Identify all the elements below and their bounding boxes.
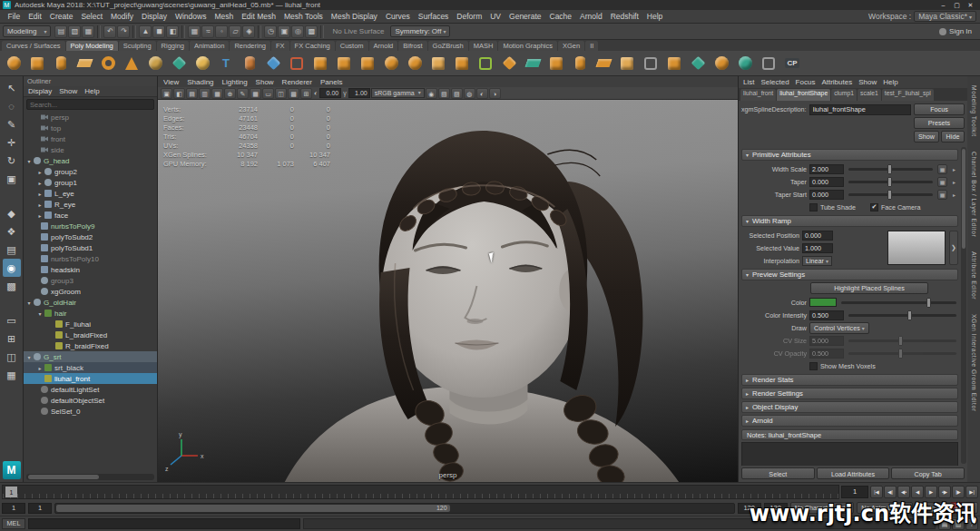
snap-grid-icon[interactable]: ▦ xyxy=(188,25,201,38)
move-tool[interactable]: ✛ xyxy=(3,133,21,152)
menu-item[interactable]: Select xyxy=(77,12,107,21)
lock-camera-icon[interactable]: ◧ xyxy=(173,88,185,99)
outliner-item[interactable]: defaultLightSet xyxy=(24,384,157,395)
scrollbar-thumb[interactable] xyxy=(962,149,965,249)
expand-arrow-icon[interactable]: ▸ xyxy=(36,212,44,219)
outliner-item[interactable]: ▸ srt_black xyxy=(24,362,157,373)
select-component-icon[interactable]: ◧ xyxy=(166,25,179,38)
shelf-extract[interactable] xyxy=(357,53,378,74)
outliner-item[interactable]: nurbsToPoly10 xyxy=(24,253,157,264)
separator[interactable] xyxy=(97,25,101,38)
expand-arrow-icon[interactable]: ▸ xyxy=(36,202,44,208)
menu-item[interactable]: Mesh Tools xyxy=(280,12,328,21)
ae-node-tab[interactable]: test_F_liuhai_spl xyxy=(882,89,934,101)
outliner-menu-item[interactable]: Display xyxy=(28,87,52,95)
map-button[interactable] xyxy=(937,190,947,200)
playback-start-field[interactable]: 1 xyxy=(2,503,25,514)
shelf-multi-cut[interactable] xyxy=(475,53,496,74)
outliner-item[interactable]: nurbsToPoly9 xyxy=(24,221,157,231)
construction-history-icon[interactable]: ◷ xyxy=(264,25,277,38)
ae-node-tab[interactable]: liuhai_frontShape xyxy=(777,89,830,101)
viewport-menu-item[interactable]: Panels xyxy=(320,78,342,86)
shelf-tab[interactable]: Rigging xyxy=(157,41,189,51)
ae-collapsed-section[interactable]: ▸ Render Settings xyxy=(741,388,958,399)
film-gate-icon[interactable]: ▭ xyxy=(262,88,274,99)
outliner-item[interactable]: group3 xyxy=(24,275,157,286)
shadows-icon[interactable]: ◑ xyxy=(489,88,501,99)
outliner-item[interactable]: persp xyxy=(24,112,157,123)
shelf-3d-type[interactable]: T xyxy=(215,53,237,74)
gate-mask-icon[interactable]: ▩ xyxy=(288,88,299,99)
expand-arrow-icon[interactable]: ▾ xyxy=(25,300,33,306)
shelf-poly-cylinder[interactable] xyxy=(50,53,72,74)
ae-collapsed-section[interactable]: ▸ Render Stats xyxy=(741,374,958,386)
exposure-field[interactable]: 0.00 xyxy=(319,88,341,98)
ae-collapsed-section[interactable]: ▸ Arnold xyxy=(741,415,958,427)
taper-start-slider[interactable] xyxy=(848,193,933,196)
shelf-bevel[interactable] xyxy=(616,53,638,74)
section-width-ramp[interactable]: ▾ Width Ramp xyxy=(741,215,958,227)
field-chart-icon[interactable]: ⊞ xyxy=(300,88,312,99)
outliner-item[interactable]: ▸ L_eye xyxy=(24,188,157,199)
xgen-guide-tool[interactable]: ◆ xyxy=(3,204,21,222)
ae-menu-item[interactable]: Attributes xyxy=(821,78,852,86)
shelf-poly-torus[interactable] xyxy=(97,53,119,74)
select-camera-icon[interactable]: ▣ xyxy=(161,88,172,99)
shelf-tab[interactable]: FX Caching xyxy=(290,41,335,51)
expand-arrow-icon[interactable]: ▾ xyxy=(25,354,33,360)
ae-node-tab[interactable]: clump1 xyxy=(831,89,857,101)
close-button[interactable]: ✕ xyxy=(964,2,977,9)
cv-size-field[interactable]: 5.000 xyxy=(809,336,844,346)
taper-slider[interactable] xyxy=(848,181,933,183)
command-line-input[interactable] xyxy=(28,518,300,529)
shelf-average-vertices[interactable] xyxy=(710,53,732,74)
isolate-select-icon[interactable]: ◉ xyxy=(426,88,437,99)
shelf-poly-cone[interactable] xyxy=(121,53,142,74)
snap-plane-icon[interactable]: ▱ xyxy=(229,25,241,38)
scrollbar-thumb[interactable] xyxy=(28,475,99,479)
shelf-tab[interactable]: Custom xyxy=(336,41,368,51)
outliner-item[interactable]: F_liuhai xyxy=(24,319,157,329)
menu-item[interactable]: Redshift xyxy=(606,12,642,21)
shelf-bridge[interactable] xyxy=(569,53,591,74)
viewport-menu-item[interactable]: Lighting xyxy=(222,78,248,86)
viewport-menu-item[interactable]: Show xyxy=(256,78,274,86)
bookmark-icon[interactable]: ▥ xyxy=(199,88,211,99)
camera-attributes-icon[interactable]: ▤ xyxy=(186,88,198,99)
range-slider[interactable]: 120 xyxy=(54,503,735,514)
outliner-horizontal-scrollbar[interactable] xyxy=(26,474,154,480)
menu-item[interactable]: Cache xyxy=(545,12,576,21)
snap-point-icon[interactable]: ◦ xyxy=(215,25,228,38)
textured-icon[interactable]: ◍ xyxy=(464,88,475,99)
shelf-smooth[interactable] xyxy=(427,53,449,74)
menu-item[interactable]: Deform xyxy=(453,12,486,21)
current-frame-marker[interactable]: 1 xyxy=(5,487,17,497)
outliner-item[interactable]: ▾ G_srt xyxy=(24,351,157,362)
shelf-tab[interactable]: Curves / Surfaces xyxy=(2,41,65,51)
two-d-pan-zoom-icon[interactable]: ⊕ xyxy=(224,88,236,99)
shelf-extrude[interactable] xyxy=(545,53,567,74)
shelf-boolean-union[interactable] xyxy=(380,53,402,74)
menu-item[interactable]: Edit Mesh xyxy=(238,12,280,21)
menu-item[interactable]: Edit xyxy=(24,12,46,21)
layout-single-pane[interactable]: ▭ xyxy=(3,311,21,329)
panel-tab-vertical[interactable]: XGen Interactive Groom Editor xyxy=(971,314,977,411)
separator[interactable] xyxy=(181,25,185,38)
make-live-icon[interactable]: ◈ xyxy=(242,25,255,38)
select-hierarchy-icon[interactable]: ▲ xyxy=(139,25,152,38)
cv-size-slider[interactable] xyxy=(848,339,956,342)
shelf-symmetrize[interactable] xyxy=(687,53,709,74)
xgen-smooth-brush[interactable]: ▩ xyxy=(3,277,21,295)
shelf-target-weld[interactable] xyxy=(498,53,520,74)
tube-shade-checkbox[interactable]: Tube Shade xyxy=(809,203,856,211)
expand-arrow-icon[interactable]: ▸ xyxy=(36,180,44,186)
xgen-comb-tool[interactable]: ▤ xyxy=(3,241,21,259)
notes-bar[interactable]: Notes: liuhai_frontShape xyxy=(741,429,958,440)
shelf-knife[interactable] xyxy=(758,53,779,74)
menu-item[interactable]: Surfaces xyxy=(414,12,453,21)
outliner-item[interactable]: liuhai_front xyxy=(24,373,157,384)
menu-item[interactable]: Mesh xyxy=(211,12,238,21)
scale-tool[interactable]: ▣ xyxy=(3,170,21,188)
ramp-preview[interactable] xyxy=(887,231,946,265)
maximize-button[interactable]: ▢ xyxy=(950,2,964,9)
